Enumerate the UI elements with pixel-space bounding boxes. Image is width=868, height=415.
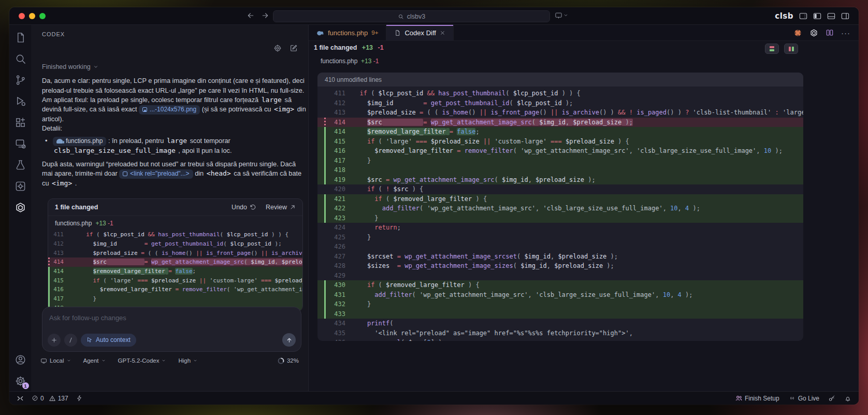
search-icon (398, 13, 404, 20)
accounts-icon[interactable] (15, 354, 26, 366)
mode-dropdown[interactable]: Agent (83, 357, 106, 364)
chat-paragraph: Am aplicat fixul: la preload pe single, … (42, 95, 306, 124)
bell-icon[interactable] (844, 395, 851, 402)
key-icon[interactable] (828, 395, 835, 402)
close-window-button[interactable] (19, 13, 25, 19)
diff-line: 412 $img_id = get_post_thumbnail_id( $lc… (317, 98, 803, 108)
code-chip[interactable]: <link rel="preload"...> (119, 169, 193, 179)
back-arrow-icon[interactable] (247, 11, 255, 20)
diff-line: 415 if ( 'large' === $preload_size || 'c… (317, 137, 803, 147)
search-sidebar-icon[interactable] (15, 53, 26, 65)
titlebar: clsbv3 clsb (9, 7, 859, 25)
reasoning-dropdown[interactable]: High (178, 357, 197, 364)
tab-problems-badge: 9+ (371, 30, 378, 36)
context-usage: 32% (278, 357, 299, 364)
codex-settings-gear-icon[interactable] (273, 44, 282, 52)
testing-beaker-icon[interactable] (15, 159, 26, 171)
tab-codex-diff[interactable]: Codex Diff (386, 25, 453, 40)
chat-paragraph: Da, acum e clar: pentru single, LCP e pr… (42, 76, 306, 95)
diff-line: 411 if ( $lcp_post_id && has_post_thumbn… (317, 89, 803, 98)
toggle-secondary-sidebar-icon[interactable] (841, 12, 849, 20)
card-title: 1 file changed (55, 204, 222, 211)
claude-starburst-icon[interactable] (793, 28, 802, 37)
tab-functions-php[interactable]: functions.php 9+ (309, 25, 386, 40)
diff-line: 420 if ( ! $src ) { (317, 184, 803, 194)
diff-line: 417 } (48, 294, 302, 304)
settings-gear-icon[interactable]: 1 (15, 375, 26, 387)
image-chip[interactable]: ...-1024x576.png (139, 105, 200, 115)
chat-paragraph: După asta, warningul “preloaded but not … (42, 160, 306, 189)
finished-working-label: Finished working (42, 62, 91, 71)
remote-explorer-error-icon[interactable] (15, 138, 26, 150)
review-button[interactable]: Review (266, 204, 296, 211)
php-elephant-icon (316, 30, 324, 36)
panel-title: CODEX (42, 31, 65, 37)
diff-line: 427 $srcset = wp_get_attachment_image_sr… (317, 252, 803, 262)
inline-diff-lines: 411 if ( $lcp_post_id && has_post_thumbn… (48, 230, 302, 311)
file-chip[interactable]: functions.php (53, 137, 106, 146)
remote-indicator[interactable] (17, 395, 24, 402)
split-view-toggle[interactable] (784, 44, 798, 54)
file-changed-card: 1 file changed Undo Review functions.php… (48, 198, 303, 311)
diff-line: 414 $src = wp_get_attachment_image_src( … (48, 257, 302, 267)
php-elephant-icon (56, 139, 63, 144)
activity-bar: 1 (9, 25, 31, 391)
diff-line: 425 } (317, 233, 803, 242)
slash-command-button[interactable] (64, 334, 77, 347)
openai-chat-icon[interactable] (809, 28, 818, 37)
toggle-panel-icon[interactable] (827, 12, 835, 20)
extensions-icon[interactable] (15, 117, 26, 128)
editor-area: functions.php 9+ Codex Diff ··· 1 file c… (308, 25, 859, 391)
status-bar: 0 137 Finish Setup Go Live (9, 391, 859, 405)
split-editor-icon[interactable] (826, 28, 834, 37)
unmodified-lines-header[interactable]: 410 unmodified lines (317, 73, 803, 87)
thunder-client-icon[interactable] (76, 395, 83, 402)
minimize-window-button[interactable] (29, 13, 35, 19)
finish-setup-button[interactable]: Finish Setup (735, 394, 779, 402)
add-attachment-button[interactable] (48, 334, 61, 347)
go-live-button[interactable]: Go Live (788, 395, 819, 402)
layout-control-button[interactable] (555, 11, 568, 19)
environment-dropdown[interactable]: Local (40, 357, 71, 364)
source-control-icon[interactable] (15, 74, 26, 86)
inline-view-toggle[interactable] (765, 44, 779, 54)
send-button[interactable] (282, 333, 296, 347)
followup-input[interactable] (49, 314, 294, 322)
more-actions-icon[interactable]: ··· (841, 28, 850, 37)
diff-line: 416 $removed_large_filter = remove_filte… (317, 146, 803, 156)
search-value: clsbv3 (407, 13, 425, 20)
run-debug-icon[interactable] (15, 95, 26, 107)
diff-file-row[interactable]: functions.php +13 -1 (321, 58, 379, 65)
diff-line: 419 $src = wp_get_attachment_image_src( … (317, 175, 803, 185)
toggle-primary-sidebar-icon[interactable] (813, 12, 821, 20)
explorer-icon[interactable] (15, 32, 26, 44)
finished-working-toggle[interactable]: Finished working (42, 62, 306, 71)
auto-context-chip[interactable]: Auto context (81, 334, 136, 347)
close-tab-icon[interactable] (440, 30, 445, 36)
customize-layout-icon[interactable] (799, 12, 807, 20)
diff-line: 435 '<link rel="preload" as="image" href… (317, 328, 803, 338)
diff-line: 424 return; (317, 223, 803, 233)
diff-line: 430 if ( $removed_large_filter ) { (317, 280, 803, 290)
diff-line: 418 (317, 165, 803, 175)
undo-button[interactable]: Undo (232, 204, 256, 211)
forward-arrow-icon[interactable] (261, 11, 269, 20)
tools-settings-icon[interactable] (15, 180, 26, 192)
diff-line: 436 esc_url( $src[0] ), (317, 338, 803, 341)
diff-line: 429 (317, 271, 803, 281)
diff-line: 433 (317, 309, 803, 319)
problems-indicator[interactable]: 0 137 (32, 395, 68, 402)
codex-openai-icon[interactable] (15, 202, 26, 213)
file-icon (123, 171, 127, 176)
diff-line: 426 (317, 242, 803, 252)
model-dropdown[interactable]: GPT-5.2-Codex (118, 357, 166, 364)
external-link-icon (290, 204, 296, 210)
diff-line: 413 $preload_size = ( ( is_home() || is_… (48, 248, 302, 257)
diff-line: 423 } (317, 213, 803, 223)
followup-input-box[interactable]: Auto context (42, 307, 301, 352)
maximize-window-button[interactable] (39, 13, 46, 19)
undo-icon (250, 204, 256, 211)
diff-line: 421 if ( $removed_large_filter ) { (317, 194, 803, 204)
command-center-search[interactable]: clsbv3 (273, 10, 550, 22)
new-chat-edit-icon[interactable] (290, 44, 298, 52)
